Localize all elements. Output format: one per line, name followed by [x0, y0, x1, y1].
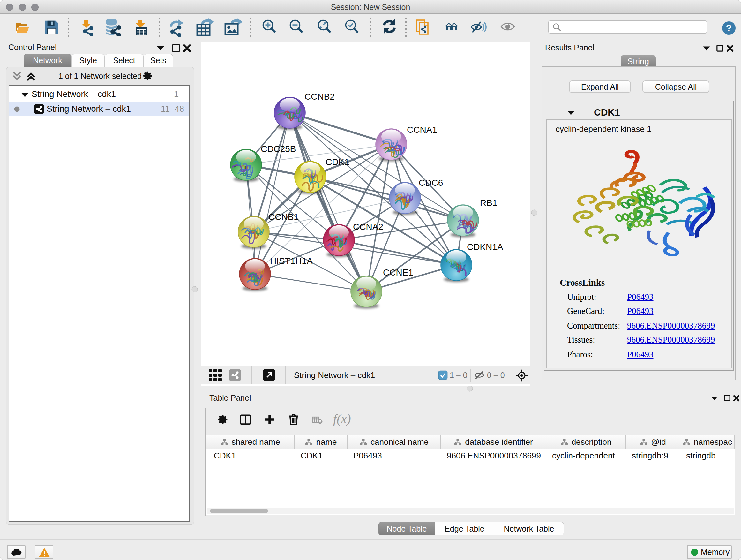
svg-text:HIST1H1A: HIST1H1A — [270, 256, 313, 266]
svg-text:CDC6: CDC6 — [419, 178, 443, 188]
svg-text:CCNB1: CCNB1 — [268, 212, 299, 222]
svg-text:?: ? — [726, 23, 732, 33]
svg-text:RB1: RB1 — [480, 198, 497, 208]
svg-text:CDC25B: CDC25B — [261, 144, 296, 154]
svg-text:CCNA2: CCNA2 — [353, 222, 383, 232]
svg-text:CCNE1: CCNE1 — [383, 267, 413, 277]
svg-text:CCNB2: CCNB2 — [305, 91, 335, 102]
svg-text:CCNA1: CCNA1 — [407, 125, 437, 135]
svg-text:CDK1: CDK1 — [326, 157, 349, 167]
svg-text:CDKN1A: CDKN1A — [467, 242, 503, 252]
svg-text:f(x): f(x) — [333, 412, 351, 426]
